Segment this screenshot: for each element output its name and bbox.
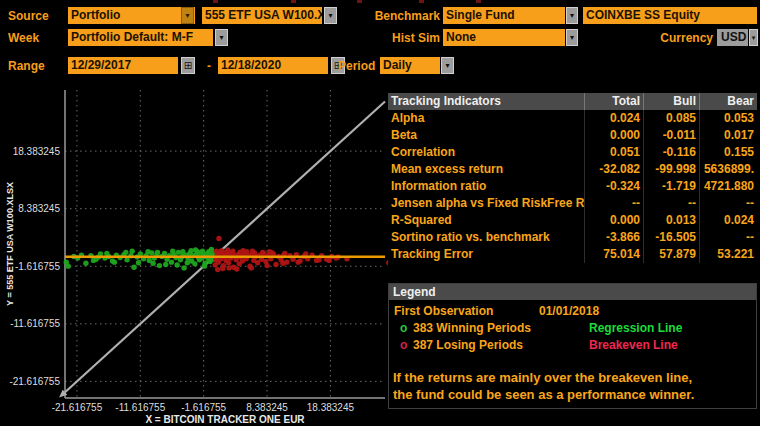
scatter-point-winning [155, 250, 160, 255]
indicator-bull: 0.013 [643, 212, 699, 229]
indicator-label: Information ratio [388, 178, 584, 195]
regression-scatter-chart: -21.616755-11.616755-1.6167558.38324518.… [0, 84, 388, 425]
x-tick-label: -11.616755 [115, 402, 165, 413]
scatter-point-losing [282, 251, 287, 256]
first-observation-value: 01/01/2018 [539, 303, 599, 320]
indicator-total: -- [584, 195, 643, 212]
range-label: Range [8, 57, 45, 75]
y-tick-label: -11.616755 [10, 318, 60, 329]
scatter-point-winning [149, 250, 154, 255]
y-tick-label: 18.383245 [13, 146, 61, 157]
x-tick-label: 18.383245 [307, 402, 355, 413]
calendar-icon[interactable]: ⊞ [181, 57, 195, 74]
top-tick-mark [419, 0, 424, 3]
winning-marker-icon: o [400, 320, 407, 337]
note-line-1: If the returns are mainly over the break… [393, 370, 692, 385]
indicator-total: -0.324 [584, 178, 643, 195]
week-dropdown[interactable]: Portfolio Default: M-F [68, 29, 213, 46]
top-tick-mark [476, 0, 481, 3]
table-row: Mean excess return-32.082-99.9985636899. [388, 161, 757, 178]
source-dropdown[interactable]: Portfolio [68, 7, 195, 24]
scatter-point-winning [169, 259, 174, 264]
scatter-point-winning [174, 262, 179, 267]
column-header-total: Total [584, 93, 643, 110]
x-tick-label: -21.616755 [52, 402, 103, 413]
table-row: Correlation0.051-0.1160.155 [388, 144, 757, 161]
benchmark-label: Benchmark [366, 7, 440, 25]
indicator-total: 0.051 [584, 144, 643, 161]
scatter-point-losing [230, 248, 235, 253]
losing-periods-label: 387 Losing Periods [413, 337, 523, 354]
week-label: Week [8, 29, 39, 47]
x-tick-label: 8.383245 [246, 402, 288, 413]
indicator-bull: -1.719 [643, 178, 699, 195]
chevron-down-icon[interactable]: ▾ [181, 7, 194, 24]
period-dropdown[interactable]: Daily [380, 57, 440, 74]
indicator-bull: 0.085 [643, 110, 699, 127]
chevron-down-icon[interactable]: ▾ [215, 29, 228, 46]
scatter-point-winning [129, 248, 134, 253]
indicator-bull: -99.998 [643, 161, 699, 178]
scatter-point-winning [83, 261, 88, 266]
scatter-point-losing [249, 265, 254, 270]
source-file-dropdown[interactable]: 555 ETF USA W100.XLSX [202, 7, 322, 24]
scatter-point-losing [234, 266, 239, 271]
first-observation-label: First Observation [394, 303, 493, 320]
indicator-bear: 0.024 [699, 212, 757, 229]
chevron-down-icon[interactable]: ▾ [566, 29, 578, 46]
scatter-point-winning [131, 265, 136, 270]
y-tick-label: -1.616755 [15, 261, 60, 272]
scatter-point-losing [273, 262, 278, 267]
indicator-bull: -0.011 [643, 127, 699, 144]
note-line-2: the fund could be seen as a performance … [393, 387, 694, 402]
range-start-input[interactable]: 12/29/2017 [68, 57, 178, 74]
scatter-point-losing [221, 263, 226, 268]
period-label: Period [338, 57, 375, 75]
table-row: Information ratio-0.324-1.7194721.880 [388, 178, 757, 195]
hist-sim-dropdown[interactable]: None [443, 29, 565, 46]
indicator-label: R-Squared [388, 212, 584, 229]
chevron-down-icon[interactable]: ▾ [749, 29, 758, 46]
indicator-total: 0.000 [584, 212, 643, 229]
indicator-label: Alpha [388, 110, 584, 127]
scatter-plot-svg: -21.616755-11.616755-1.6167558.38324518.… [0, 84, 388, 425]
benchmark-security-input[interactable]: COINXBE SS Equity [583, 7, 757, 24]
top-tick-mark [213, 0, 218, 3]
indicator-bear: 5636899. [699, 161, 757, 178]
currency-label: Currency [660, 29, 713, 47]
table-row: Sortino ratio vs. benchmark-3.866-16.505… [388, 229, 757, 246]
screenshot-frame: Source Portfolio ▾ 555 ETF USA W100.XLSX… [0, 0, 760, 432]
scatter-point-losing [297, 258, 302, 263]
scatter-point-winning [136, 260, 141, 265]
scatter-point-winning [192, 261, 197, 266]
column-header-bull: Bull [643, 93, 699, 110]
currency-dropdown[interactable]: USD [717, 29, 748, 46]
legend-panel: Legend First Observation 01/01/2018 o 38… [388, 283, 757, 409]
indicator-total: 75.014 [584, 246, 643, 263]
hist-sim-label: Hist Sim [380, 29, 440, 47]
table-row: Tracking Error75.01457.87953.221 [388, 246, 757, 263]
top-tick-mark [291, 0, 296, 3]
scatter-point-winning [181, 265, 186, 270]
benchmark-dropdown[interactable]: Single Fund [443, 7, 565, 24]
chevron-down-icon[interactable]: ▾ [566, 7, 578, 24]
scatter-point-winning [162, 251, 167, 256]
table-row: Alpha0.0240.0850.053 [388, 110, 757, 127]
winning-periods-label: 383 Winning Periods [413, 320, 531, 337]
scatter-point-losing [226, 260, 231, 265]
scatter-point-winning [65, 263, 70, 268]
range-end-input[interactable]: 12/18/2020 [218, 57, 328, 74]
indicator-label: Beta [388, 127, 584, 144]
indicator-bear: 0.017 [699, 127, 757, 144]
indicator-bear: 4721.880 [699, 178, 757, 195]
scatter-point-losing [215, 267, 220, 272]
breakeven-line [65, 102, 385, 393]
indicator-total: 0.000 [584, 127, 643, 144]
indicator-bull: -0.116 [643, 144, 699, 161]
column-header-bear: Bear [699, 93, 757, 110]
indicator-bear: 53.221 [699, 246, 757, 263]
chevron-down-icon[interactable]: ▾ [441, 57, 454, 74]
chevron-down-icon[interactable]: ▾ [324, 7, 337, 24]
indicator-bear: 0.155 [699, 144, 757, 161]
table-row: Beta0.000-0.0110.017 [388, 127, 757, 144]
